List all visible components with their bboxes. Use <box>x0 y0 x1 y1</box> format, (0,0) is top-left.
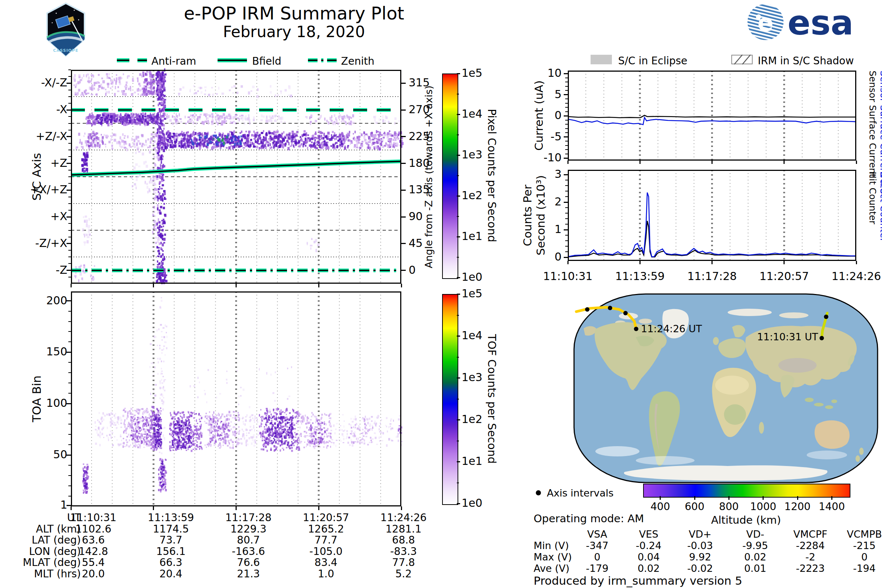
axis-tick <box>68 362 71 363</box>
axis-tick <box>68 136 71 137</box>
tof-cb-tick: 1e0 <box>462 496 483 509</box>
voltage-value: -0.24 <box>636 540 662 551</box>
axis-tick <box>68 475 71 476</box>
ephemeris-value: 1281.1 <box>386 523 422 535</box>
esa-logo: e esa <box>745 3 867 43</box>
toa-tick-label: 1 <box>60 498 67 511</box>
axis-tick <box>564 116 568 117</box>
counter-plot[interactable] <box>568 170 856 261</box>
right-time-label: 11:20:57 <box>759 270 809 283</box>
angle-tick-label: 225 <box>409 130 430 142</box>
axis-tick <box>68 203 71 204</box>
ephemeris-value: 11:17:28 <box>225 512 272 524</box>
toa-bin-spectrogram-plot[interactable] <box>71 291 401 506</box>
axis-tick <box>236 284 237 287</box>
voltage-value: 9.92 <box>689 551 711 562</box>
voltage-value: -347 <box>586 540 608 551</box>
axis-tick <box>401 190 406 191</box>
axis-tick <box>68 256 71 257</box>
axis-tick <box>564 136 568 138</box>
ephemeris-value: 1174.5 <box>153 523 189 535</box>
axis-tick <box>68 176 71 177</box>
axis-tick <box>457 503 460 504</box>
pixel-cb-tick: 1e2 <box>462 189 483 202</box>
angle-tick-label: 315 <box>409 76 430 89</box>
ephemeris-value: 20.0 <box>82 568 105 580</box>
right-time-label: 11:17:28 <box>687 270 737 283</box>
ephemeris-value: 1102.6 <box>75 523 111 535</box>
axis-tick <box>565 218 568 219</box>
sensor-current-plot[interactable] <box>568 70 856 160</box>
axis-tick <box>565 154 568 154</box>
ephemeris-value: 68.8 <box>392 534 415 546</box>
tof-cb-tick: 1e4 <box>462 329 483 342</box>
voltage-value: 0 <box>594 551 600 562</box>
altitude-cb-label: Altitude (km) <box>711 514 781 526</box>
voltage-col-header: VMCPF <box>794 528 827 540</box>
tof-counts-colorbar <box>442 294 458 505</box>
toa-tick-label: 200 <box>46 294 67 307</box>
axis-tick <box>797 496 798 500</box>
sc-axis-spectrogram-plot[interactable] <box>71 70 401 284</box>
axis-tick <box>660 496 661 500</box>
axis-tick <box>68 277 71 278</box>
axis-tick <box>68 210 71 211</box>
voltage-value: 0.02 <box>744 551 766 562</box>
axis-tick <box>401 270 406 271</box>
counts-ylabel-line2: Second (x10³) <box>534 170 547 261</box>
voltage-value: 0.04 <box>638 551 660 562</box>
axis-tick <box>565 111 568 112</box>
axis-tick <box>70 506 72 510</box>
altitude-tick-label: 1000 <box>750 501 776 513</box>
page-title: e-POP IRM Summary Plot <box>184 3 404 24</box>
axis-tick <box>68 465 71 466</box>
pixel-cb-tick: 1e4 <box>462 107 483 120</box>
current-tick-label: 0 <box>555 109 561 122</box>
ephemeris-row-label: LAT (deg) <box>32 534 81 546</box>
axis-tick <box>567 160 568 164</box>
axis-tick <box>70 284 72 287</box>
axis-tick <box>68 486 71 486</box>
epop-irm-summary-page: CASSIOPE e-POP IRM Summary Plot February… <box>0 0 882 588</box>
ephemeris-value: 11:20:57 <box>303 512 349 524</box>
sector-label-ZX: +Z/-X <box>36 130 67 142</box>
axis-tick <box>639 261 640 264</box>
axis-tick <box>68 237 71 237</box>
axis-tick <box>153 284 154 287</box>
altitude-tick-label: 600 <box>685 501 704 513</box>
ephemeris-value: 20.4 <box>159 568 182 580</box>
sector-label-Z: +Z <box>50 156 67 170</box>
legend-anti-ram-label: Anti-ram <box>152 55 196 67</box>
eclipse-label: S/C in Eclipse <box>618 55 687 67</box>
axis-tick <box>68 243 71 244</box>
ephemeris-row-label: LON (deg) <box>29 545 81 558</box>
axis-tick <box>856 160 857 164</box>
axis-tick <box>457 441 459 441</box>
axis-tick <box>68 372 71 373</box>
current-tick-label: 5 <box>555 88 561 101</box>
voltage-value: -0.03 <box>687 540 713 551</box>
axis-tick <box>639 160 640 164</box>
axis-tick <box>763 496 764 500</box>
tof-cb-tick: 1e2 <box>462 413 483 426</box>
axis-tick <box>68 321 71 322</box>
pixel-cb-tick: 1e1 <box>462 230 483 243</box>
ephemeris-value: 11:10:31 <box>70 512 117 524</box>
axis-tick <box>457 377 460 378</box>
current-ylabel: Current (uA) <box>532 70 545 160</box>
angle-axis-label: Angle from -Z axis (towards +X axis) <box>422 70 435 284</box>
axis-tick <box>68 311 71 312</box>
altitude-tick-label: 400 <box>651 501 670 513</box>
voltage-value: 0.02 <box>638 562 660 574</box>
axis-tick <box>564 202 568 203</box>
angle-tick-label: 180 <box>409 156 430 170</box>
ephemeris-value: -163.6 <box>232 545 265 558</box>
axis-tick <box>564 174 568 175</box>
axis-tick <box>401 216 406 218</box>
axis-tick <box>68 413 71 414</box>
axis-tick <box>68 76 71 77</box>
tof-cb-tick: 1e1 <box>462 454 483 468</box>
axis-tick <box>68 103 71 104</box>
axis-tick <box>457 195 460 196</box>
world-map[interactable]: 11:24:26 UT11:10:31 UT <box>573 293 878 483</box>
